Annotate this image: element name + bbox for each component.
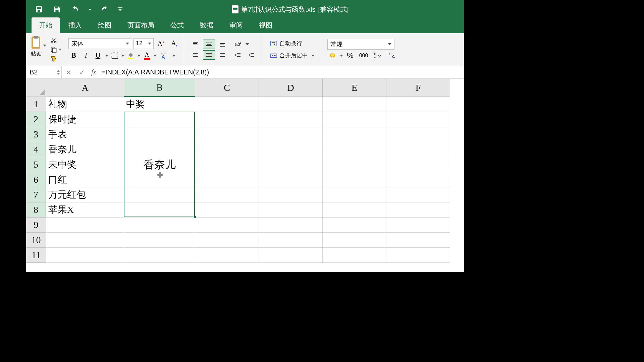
cell-F8[interactable] [386,202,450,218]
undo-icon[interactable] [69,3,81,15]
cell-C8[interactable] [195,202,259,218]
increase-decimal-button[interactable]: .0.00 [372,51,384,60]
enter-formula-button[interactable]: ✓ [75,66,89,78]
cell-F1[interactable] [386,97,450,112]
cell-D6[interactable] [259,172,323,187]
orientation-dropdown[interactable] [245,40,249,49]
cell-C11[interactable] [195,248,259,263]
cell-E11[interactable] [323,248,386,263]
cell-A9[interactable] [46,218,124,233]
cell-D2[interactable] [259,112,323,127]
cell-C10[interactable] [195,233,259,248]
autosave-icon[interactable] [33,3,45,15]
wrap-text-button[interactable]: 自动换行 [266,38,318,50]
cell-A5[interactable]: 未中奖 [46,157,124,172]
row-header-8[interactable]: 8 [26,202,46,218]
cell-E1[interactable] [323,97,386,112]
bold-button[interactable]: B [68,50,79,61]
fill-handle[interactable] [194,216,196,219]
percent-button[interactable]: % [345,51,356,60]
cell-A4[interactable]: 香奈儿 [46,142,124,157]
cell-A2[interactable]: 保时捷 [46,112,124,127]
cell-C9[interactable] [195,218,259,233]
cell-B1[interactable]: 中奖 [124,97,195,112]
cell-D3[interactable] [259,127,323,142]
cell-B10[interactable] [124,233,195,248]
cell-E9[interactable] [323,218,386,233]
tab-7[interactable]: 视图 [252,17,280,33]
cell-E8[interactable] [323,202,386,218]
save-icon[interactable] [51,3,63,15]
cell-C7[interactable] [195,187,259,202]
italic-button[interactable]: I [80,50,91,61]
phonetic-button[interactable]: abcA [158,51,170,60]
select-all-corner[interactable] [26,79,46,97]
decrease-indent-button[interactable] [232,50,244,60]
row-header-4[interactable]: 4 [26,142,46,157]
cell-E7[interactable] [323,187,386,202]
row-header-6[interactable]: 6 [26,172,46,187]
cell-F6[interactable] [386,172,450,187]
cell-E5[interactable] [323,157,386,172]
undo-dropdown-icon[interactable] [87,3,93,15]
name-box-down-icon[interactable] [57,72,60,75]
row-header-3[interactable]: 3 [26,127,46,142]
col-header-C[interactable]: C [195,79,259,97]
name-box-up-icon[interactable] [57,70,60,72]
row-header-2[interactable]: 2 [26,112,46,127]
copy-button[interactable] [50,46,62,53]
underline-button[interactable]: U [93,50,103,61]
cell-F11[interactable] [386,248,450,263]
cell-E4[interactable] [323,142,386,157]
name-box[interactable]: B2 [26,66,62,78]
merged-cell-B2[interactable]: 香奈儿 [124,112,195,218]
orientation-button[interactable]: ab [232,40,244,49]
decrease-font-icon[interactable]: A▾ [168,39,180,48]
row-header-7[interactable]: 7 [26,187,46,202]
number-format-select[interactable]: 常规 [327,39,394,50]
cell-D5[interactable] [259,157,323,172]
tab-2[interactable]: 绘图 [91,17,119,33]
row-header-1[interactable]: 1 [26,97,46,112]
underline-dropdown[interactable] [105,51,109,60]
align-middle-button[interactable] [203,40,215,49]
increase-indent-button[interactable] [245,50,257,60]
cell-A3[interactable]: 手表 [46,127,124,142]
cell-A11[interactable] [46,248,124,263]
fx-icon[interactable]: fx [89,68,99,76]
fill-color-dropdown[interactable] [137,51,141,60]
row-header-9[interactable]: 9 [26,218,46,233]
decrease-decimal-button[interactable]: .00.0 [385,51,397,60]
tab-4[interactable]: 公式 [163,17,191,33]
col-header-A[interactable]: A [46,79,124,97]
cell-E3[interactable] [323,127,386,142]
cell-F7[interactable] [386,187,450,202]
font-color-button[interactable]: A [142,51,152,60]
phonetic-dropdown[interactable] [172,51,176,60]
cell-C1[interactable] [195,97,259,112]
cell-C4[interactable] [195,142,259,157]
row-header-10[interactable]: 10 [26,233,46,248]
cell-D7[interactable] [259,187,323,202]
comma-button[interactable]: 000 [357,51,370,60]
cell-A6[interactable]: 口红 [46,172,124,187]
paste-button[interactable]: 粘贴 [30,35,43,64]
font-family-select[interactable]: 宋体 [68,38,132,49]
merge-center-button[interactable]: 合并后居中 [266,50,318,62]
tab-0[interactable]: 开始 [32,17,60,33]
cell-E10[interactable] [323,233,386,248]
align-right-button[interactable] [216,50,228,60]
currency-dropdown[interactable] [339,51,343,60]
cell-C3[interactable] [195,127,259,142]
align-left-button[interactable] [190,50,202,60]
cut-button[interactable] [50,37,62,44]
fill-color-button[interactable] [126,51,136,60]
tab-3[interactable]: 页面布局 [120,17,162,33]
cell-B9[interactable] [124,218,195,233]
cancel-formula-button[interactable]: ✕ [62,66,75,78]
cell-D10[interactable] [259,233,323,248]
border-button[interactable] [110,51,119,60]
align-top-button[interactable] [190,40,202,49]
tab-5[interactable]: 数据 [193,17,221,33]
cell-A7[interactable]: 万元红包 [46,187,124,202]
